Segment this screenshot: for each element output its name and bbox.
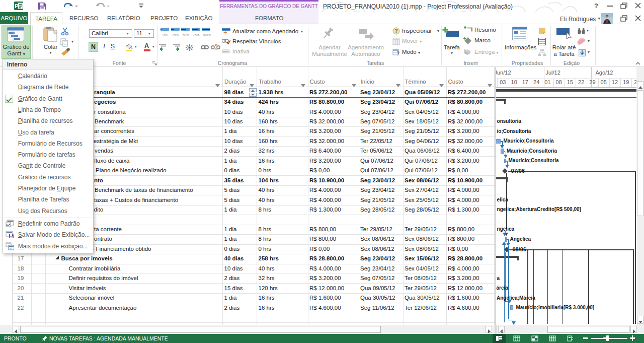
svg-text:?: ? [395, 28, 398, 34]
svg-text:?: ? [396, 51, 399, 56]
svg-text:P: P [15, 3, 19, 9]
